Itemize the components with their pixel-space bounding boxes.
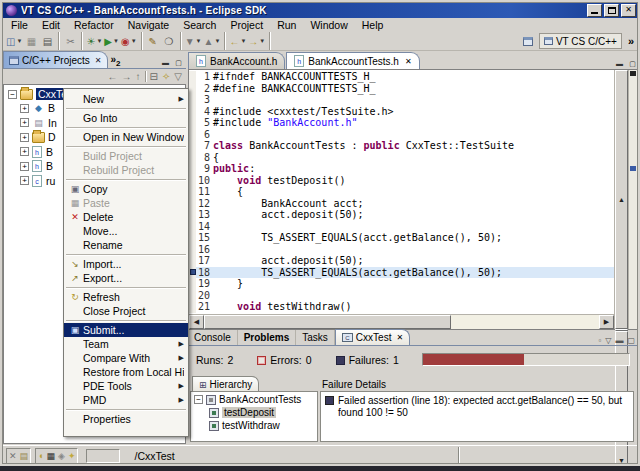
editor-tab-bankaccounttests.h[interactable]: hBankAccountTests.h✕	[286, 52, 419, 69]
next-annotation-icon[interactable]: ▼▼	[184, 33, 203, 49]
tab-close-icon[interactable]: ✕	[405, 57, 412, 66]
editor-maximize-icon[interactable]: ▢	[627, 59, 638, 69]
code-line-16[interactable]: 16	[189, 244, 614, 256]
code-line-19[interactable]: 19 }	[189, 278, 614, 290]
print-icon[interactable]: ▤	[39, 33, 55, 49]
code-line-8[interactable]: 8{	[189, 152, 614, 164]
status-sync-icon[interactable]: ◈	[58, 451, 65, 461]
ruler-failure-marker[interactable]	[630, 166, 636, 171]
menu-navigate[interactable]: Navigate	[121, 19, 176, 32]
context-menu-item-properties[interactable]: Properties	[64, 412, 188, 426]
code-line-5[interactable]: 5#include "BankAccount.h"	[189, 117, 614, 129]
context-menu-item-refresh[interactable]: ↻Refresh	[64, 290, 188, 304]
menu-search[interactable]: Search	[176, 19, 223, 32]
scroll-right-icon[interactable]: ▶	[599, 315, 614, 329]
vertical-scrollbar[interactable]: ▲ ▼	[614, 70, 628, 329]
context-menu-item-import[interactable]: ↘Import...	[64, 257, 188, 271]
context-menu-item-team[interactable]: Team▶	[64, 337, 188, 351]
back-icon[interactable]: ←▼	[228, 33, 247, 49]
search-icon[interactable]: ❍	[161, 33, 177, 49]
code-line-15[interactable]: 15 TS_ASSERT_EQUALS(acct.getBalance(), 5…	[189, 232, 614, 244]
code-line-3[interactable]: 3	[189, 94, 614, 106]
scroll-left-icon[interactable]: ◀	[189, 315, 204, 329]
tree-expander-icon[interactable]: +	[20, 176, 29, 185]
hierarchy-item-suite[interactable]: −BankAccountTests	[191, 393, 317, 406]
save-icon[interactable]: ▦	[23, 33, 39, 49]
forward-icon[interactable]: →	[122, 71, 132, 82]
panel-minimize-icon[interactable]: ▬	[615, 336, 623, 345]
external-tools-icon[interactable]: ◉▼	[120, 33, 138, 49]
menu-window[interactable]: Window	[303, 19, 354, 32]
context-menu-item-copy[interactable]: ▣Copy	[64, 182, 188, 196]
code-line-21[interactable]: 21 void testWithdraw()	[189, 301, 614, 313]
code-line-4[interactable]: 4#include <cxxtest/TestSuite.h>	[189, 106, 614, 118]
menu-run[interactable]: Run	[270, 19, 303, 32]
code-line-20[interactable]: 20	[189, 290, 614, 302]
status-sparkle-icon[interactable]: ✦	[68, 451, 76, 461]
tree-expander-icon[interactable]: +	[20, 118, 29, 127]
code-editor[interactable]: 1#ifndef BANKACCOUNTTESTS_H_2#define BAN…	[188, 69, 638, 330]
menu-edit[interactable]: Edit	[35, 19, 67, 32]
status-lamp-icon[interactable]: ◖	[38, 451, 43, 461]
perspective-button-cpp[interactable]: VT CS C/C++	[539, 33, 622, 49]
context-menu-item-open-in-new-window[interactable]: Open in New Window	[64, 130, 188, 144]
status-pin-icon[interactable]: ▤	[20, 451, 29, 461]
tab-cxxtest[interactable]: CCxxTest✕	[335, 329, 410, 345]
open-type-icon[interactable]: ✎	[145, 33, 161, 49]
context-menu-item-submit[interactable]: ▣Submit...	[64, 323, 188, 337]
tree-expander-icon[interactable]: −	[194, 395, 203, 404]
close-button[interactable]: ✕	[621, 4, 636, 17]
view-menu-icon[interactable]: ▽	[174, 71, 182, 82]
context-menu-item-pde-tools[interactable]: PDE Tools▶	[64, 379, 188, 393]
scroll-up-icon[interactable]: ▲	[615, 70, 628, 329]
code-line-12[interactable]: 12 BankAccount acct;	[189, 198, 614, 210]
menu-project[interactable]: Project	[223, 19, 270, 32]
tab-hierarchy[interactable]: ⊞ Hierarchy	[192, 376, 259, 392]
code-line-13[interactable]: 13 acct.deposit(50);	[189, 209, 614, 221]
code-line-2[interactable]: 2#define BANKACCOUNTTESTS_H_	[189, 83, 614, 95]
new-wizard-icon[interactable]: ◫▼	[5, 33, 23, 49]
editor-tab-bankaccount.h[interactable]: hBankAccount.h	[188, 52, 285, 69]
code-line-7[interactable]: 7class BankAccountTests : public CxxTest…	[189, 140, 614, 152]
code-line-14[interactable]: 14	[189, 221, 614, 233]
context-menu-item-go-into[interactable]: Go Into	[64, 111, 188, 125]
horizontal-scrollbar[interactable]: ◀ ▶	[189, 314, 614, 329]
maximize-button[interactable]	[604, 4, 619, 17]
toolbar-overflow-chevron[interactable]: »	[628, 35, 634, 47]
context-menu-item-restore-from-local-history[interactable]: Restore from Local History...	[64, 365, 188, 379]
context-menu-item-export[interactable]: ↗Export...	[64, 271, 188, 285]
tree-expander-icon[interactable]: −	[8, 90, 17, 99]
debug-icon[interactable]: ☀▼	[85, 33, 103, 49]
up-icon[interactable]: ↑	[136, 71, 141, 82]
editor-minimize-icon[interactable]: ▬	[614, 59, 625, 69]
back-icon[interactable]: ←	[108, 71, 118, 82]
context-menu-item-close-project[interactable]: Close Project	[64, 304, 188, 318]
view-maximize-icon[interactable]: ▢	[173, 58, 184, 68]
failure-text[interactable]: Failed assertion (line 18): expected acc…	[338, 395, 629, 419]
overview-ruler[interactable]	[628, 70, 637, 329]
tab-close-icon[interactable]: ✕	[95, 56, 102, 65]
minimize-button[interactable]	[587, 4, 602, 17]
code-line-10[interactable]: 10 void testDeposit()	[189, 175, 614, 187]
horizontal-scroll-thumb[interactable]	[204, 315, 451, 329]
hierarchy-item-testwithdraw[interactable]: testWithdraw	[191, 419, 317, 432]
context-menu-item-delete[interactable]: ✕Delete	[64, 210, 188, 224]
context-menu-item-rename[interactable]: Rename	[64, 238, 188, 252]
tree-expander-icon[interactable]: +	[20, 104, 29, 113]
forward-icon[interactable]: →▼	[247, 33, 266, 49]
tab-tasks[interactable]: Tasks	[296, 330, 335, 345]
context-menu-item-compare-with[interactable]: Compare With▶	[64, 351, 188, 365]
collapse-all-icon[interactable]: ⊟	[150, 71, 158, 82]
prev-annotation-icon[interactable]: ▲▼	[203, 33, 222, 49]
code-line-6[interactable]: 6	[189, 129, 614, 141]
panel-filter-icon[interactable]: ▫	[598, 336, 601, 345]
open-perspective-icon[interactable]	[520, 33, 536, 49]
menu-file[interactable]: File	[4, 19, 35, 32]
context-menu-item-new[interactable]: New▶	[64, 92, 188, 106]
code-lines[interactable]: 1#ifndef BANKACCOUNTTESTS_H_2#define BAN…	[189, 70, 614, 314]
tab-close-icon[interactable]: ✕	[396, 333, 403, 342]
tool-icon[interactable]: ✂	[62, 33, 78, 49]
view-tab-overflow[interactable]: »2	[111, 54, 121, 68]
view-menu-icon[interactable]: ▽	[605, 336, 611, 345]
status-console-icon[interactable]: ▦	[47, 451, 56, 461]
